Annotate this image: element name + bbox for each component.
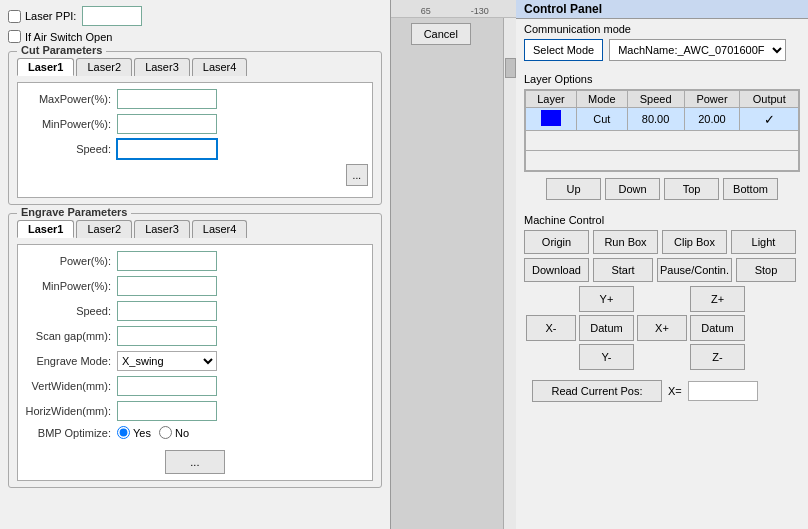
scan-gap-input[interactable]: 0.11000 [117,326,217,346]
col-speed: Speed [627,91,684,108]
cancel-button[interactable]: Cancel [411,23,471,45]
scroll-thumb[interactable] [505,58,516,78]
clip-box-button[interactable]: Clip Box [662,230,727,254]
comm-mode-title: Communication mode [524,23,800,35]
engrave-parameters-group: Engrave Parameters Laser1 Laser2 Laser3 … [8,213,382,488]
datum-left-button[interactable]: Datum [579,315,634,341]
cut-speed-input[interactable]: 100 [117,139,217,159]
yminus-button[interactable]: Y- [579,344,634,370]
cut-tab-laser3[interactable]: Laser3 [134,58,190,76]
bmp-yes-radio[interactable] [117,426,130,439]
engrave-tab-laser2[interactable]: Laser2 [76,220,132,238]
vert-widen-input[interactable]: 0.00 [117,376,217,396]
xplus-button[interactable]: X+ [637,315,687,341]
layer-bottom-button[interactable]: Bottom [723,178,778,200]
layer-up-button[interactable]: Up [546,178,601,200]
cut-speed-label: Speed: [22,143,117,155]
bmp-radio-group: Yes No [117,426,189,439]
read-pos-button[interactable]: Read Current Pos: [532,380,662,402]
layer-btn-row: Up Down Top Bottom [524,178,800,200]
col-output: Output [740,91,799,108]
engrave-params-title: Engrave Parameters [17,206,131,218]
layer-table-container: Layer Mode Speed Power Output Cut 80.00 … [524,89,800,172]
pos-row: Read Current Pos: X= 0.00 [524,376,800,406]
engrave-mode-select[interactable]: X_swing Y_swing Bidirectional [117,351,217,371]
layer-options-title: Layer Options [524,73,800,85]
light-button[interactable]: Light [731,230,796,254]
bmp-opt-label: BMP Optimize: [22,427,117,439]
machine-control-section: Machine Control Origin Run Box Clip Box … [516,210,808,410]
mach-name-dropdown[interactable]: MachName:_AWC_0701600F [609,39,786,61]
select-mode-button[interactable]: Select Mode [524,39,603,61]
zminus-button[interactable]: Z- [690,344,745,370]
comm-mode-section: Communication mode Select Mode MachName:… [516,19,808,69]
col-layer: Layer [526,91,577,108]
cut-browse-button[interactable]: ... [346,164,368,186]
engrave-power-label: Power(%): [22,255,117,267]
layer-top-button[interactable]: Top [664,178,719,200]
cut-min-power-input[interactable]: 20.00 [117,114,217,134]
laser-ppi-input[interactable]: 200 [82,6,142,26]
bmp-no-label[interactable]: No [159,426,189,439]
cut-parameters-group: Cut Parameters Laser1 Laser2 Laser3 Lase… [8,51,382,205]
engrave-speed-label: Speed: [22,305,117,317]
xminus-button[interactable]: X- [526,315,576,341]
datum-right-button[interactable]: Datum [690,315,745,341]
start-button[interactable]: Start [593,258,653,282]
layer-speed-cell: 80.00 [627,108,684,131]
ruler-mark-65: 65 [421,6,431,16]
ruler-mark-minus130: -130 [471,6,489,16]
cut-tab-laser4[interactable]: Laser4 [192,58,248,76]
layer-color-swatch [541,110,561,126]
layer-output-check: ✓ [764,112,775,127]
cut-params-title: Cut Parameters [17,44,106,56]
x-value-input[interactable]: 0.00 [688,381,758,401]
engrave-tab-laser1[interactable]: Laser1 [17,220,74,238]
bmp-yes-label[interactable]: Yes [117,426,151,439]
pause-button[interactable]: Pause/Contin. [657,258,732,282]
origin-button[interactable]: Origin [524,230,589,254]
cut-tab-laser2[interactable]: Laser2 [76,58,132,76]
cut-max-power-input[interactable]: 20.00 [117,89,217,109]
vert-widen-label: VertWiden(mm): [22,380,117,392]
layer-output-cell: ✓ [740,108,799,131]
engrave-min-power-input[interactable]: 20.00 [117,276,217,296]
comm-mode-row: Select Mode MachName:_AWC_0701600F [524,39,800,61]
canvas-area: 65 -130 Cancel [391,0,516,529]
engrave-min-power-label: MinPower(%): [22,280,117,292]
col-power: Power [684,91,740,108]
mc-row2: Download Start Pause/Contin. Stop [524,258,800,282]
layer-down-button[interactable]: Down [605,178,660,200]
run-box-button[interactable]: Run Box [593,230,658,254]
x-label: X= [668,385,682,397]
engrave-speed-input[interactable]: 100.00 [117,301,217,321]
engrave-tabs: Laser1 Laser2 Laser3 Laser4 [17,220,373,238]
cut-tabs: Laser1 Laser2 Laser3 Laser4 [17,58,373,76]
layer-power-cell: 20.00 [684,108,740,131]
engrave-tab-laser3[interactable]: Laser3 [134,220,190,238]
stop-button[interactable]: Stop [736,258,796,282]
engrave-tab-laser4[interactable]: Laser4 [192,220,248,238]
left-panel: Laser PPI: 200 If Air Switch Open Cut Pa… [0,0,391,529]
scan-gap-label: Scan gap(mm): [22,330,117,342]
layer-color-cell [526,108,577,131]
bmp-no-radio[interactable] [159,426,172,439]
zplus-button[interactable]: Z+ [690,286,745,312]
engrave-browse-button[interactable]: ... [165,450,225,474]
layer-mode-cell: Cut [576,108,627,131]
layer-row[interactable]: Cut 80.00 20.00 ✓ [526,108,799,131]
horiz-widen-label: HorizWiden(mm): [22,405,117,417]
laser-ppi-checkbox[interactable] [8,10,21,23]
layer-table: Layer Mode Speed Power Output Cut 80.00 … [525,90,799,171]
control-panel: Control Panel Communication mode Select … [516,0,808,529]
engrave-power-input[interactable]: 30.00 [117,251,217,271]
download-button[interactable]: Download [524,258,589,282]
cut-min-power-label: MinPower(%): [22,118,117,130]
yplus-button[interactable]: Y+ [579,286,634,312]
air-switch-checkbox[interactable] [8,30,21,43]
cut-max-power-label: MaxPower(%): [22,93,117,105]
horiz-widen-input[interactable]: 0.00 [117,401,217,421]
cut-tab-laser1[interactable]: Laser1 [17,58,74,76]
laser-ppi-label: Laser PPI: [25,10,76,22]
col-mode: Mode [576,91,627,108]
